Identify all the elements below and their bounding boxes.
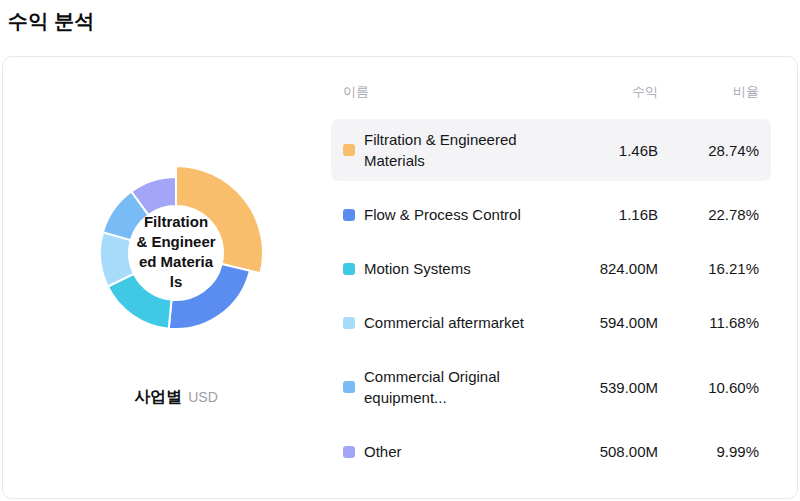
table-row-5[interactable]: Other 508.00M 9.99% xyxy=(331,431,771,472)
donut-segment-1[interactable] xyxy=(169,264,250,329)
chart-caption-unit: USD xyxy=(188,389,218,405)
segment-rows: Filtration & Engineered Materials 1.46B … xyxy=(331,119,771,472)
segment-percent: 16.21% xyxy=(658,260,759,277)
table-row-0[interactable]: Filtration & Engineered Materials 1.46B … xyxy=(331,119,771,181)
segment-color-swatch xyxy=(343,144,355,156)
column-header-revenue: 수익 xyxy=(543,83,658,101)
segment-table-header: 이름 수익 비율 xyxy=(331,77,771,107)
donut-chart-area xyxy=(81,158,271,348)
segment-percent: 10.60% xyxy=(658,379,759,396)
segment-color-swatch xyxy=(343,263,355,275)
table-row-4[interactable]: Commercial Original equipment... 539.00M… xyxy=(331,356,771,418)
page-title: 수익 분석 xyxy=(8,8,95,35)
table-row-3[interactable]: Commercial aftermarket 594.00M 11.68% xyxy=(331,302,771,343)
segment-name-cell: Filtration & Engineered Materials xyxy=(343,129,543,171)
column-header-ratio: 비율 xyxy=(658,83,759,101)
segment-revenue: 1.46B xyxy=(543,142,658,159)
segment-color-swatch xyxy=(343,317,355,329)
segment-name-cell: Commercial aftermarket xyxy=(343,312,543,333)
segment-percent: 11.68% xyxy=(658,314,759,331)
table-row-1[interactable]: Flow & Process Control 1.16B 22.78% xyxy=(331,194,771,235)
column-header-name: 이름 xyxy=(343,83,543,101)
segment-name-cell: Flow & Process Control xyxy=(343,204,543,225)
segment-name: Commercial aftermarket xyxy=(364,312,524,333)
segment-percent: 28.74% xyxy=(658,142,759,159)
segment-table: 이름 수익 비율 Filtration & Engineered Materia… xyxy=(331,77,771,472)
revenue-analysis-card: Filtration & Engineer ed Materia ls 사업별U… xyxy=(2,56,798,499)
segment-color-swatch xyxy=(343,381,355,393)
segment-revenue: 508.00M xyxy=(543,443,658,460)
segment-name: Filtration & Engineered Materials xyxy=(364,129,543,171)
segment-revenue: 1.16B xyxy=(543,206,658,223)
segment-name: Motion Systems xyxy=(364,258,471,279)
chart-caption: 사업별USD xyxy=(3,387,349,408)
chart-caption-title: 사업별 xyxy=(134,388,182,405)
table-row-2[interactable]: Motion Systems 824.00M 16.21% xyxy=(331,248,771,289)
segment-name-cell: Motion Systems xyxy=(343,258,543,279)
segment-name: Commercial Original equipment... xyxy=(364,366,543,408)
donut-segment-0[interactable] xyxy=(176,166,263,273)
segment-revenue: 539.00M xyxy=(543,379,658,396)
segment-name-cell: Other xyxy=(343,441,543,462)
segment-color-swatch xyxy=(343,446,355,458)
segment-color-swatch xyxy=(343,209,355,221)
segment-revenue: 594.00M xyxy=(543,314,658,331)
segment-name-cell: Commercial Original equipment... xyxy=(343,366,543,408)
segment-percent: 22.78% xyxy=(658,206,759,223)
donut-chart xyxy=(81,158,271,348)
segment-revenue: 824.00M xyxy=(543,260,658,277)
segment-percent: 9.99% xyxy=(658,443,759,460)
segment-name: Flow & Process Control xyxy=(364,204,521,225)
segment-name: Other xyxy=(364,441,402,462)
